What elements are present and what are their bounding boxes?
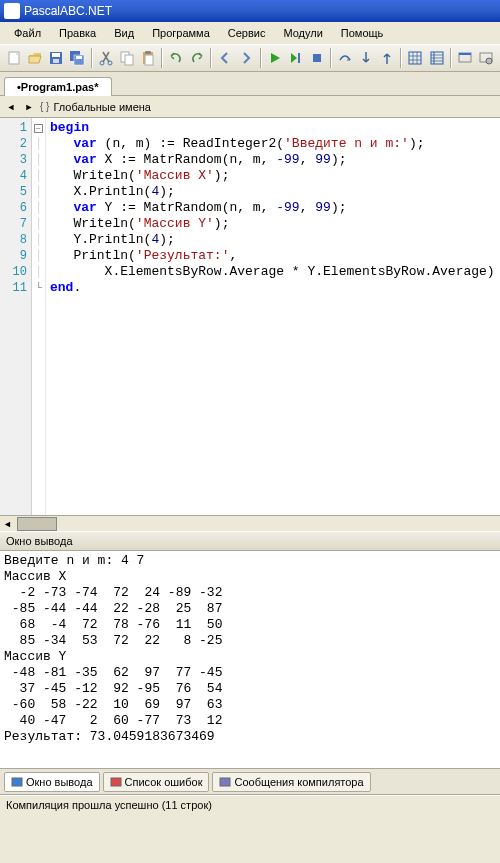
svg-rect-3 (53, 59, 59, 63)
copy-button[interactable] (117, 47, 137, 69)
nav-next-icon[interactable]: ► (22, 100, 36, 114)
toggle-linenumbers-button[interactable] (427, 47, 447, 69)
svg-rect-6 (76, 56, 82, 59)
options-button[interactable] (476, 47, 496, 69)
bottom-tab-label: Окно вывода (26, 776, 93, 788)
svg-rect-10 (125, 55, 133, 65)
svg-rect-23 (111, 778, 121, 786)
togglegrid-button[interactable] (405, 47, 425, 69)
nav-prev-icon[interactable]: ◄ (4, 100, 18, 114)
svg-point-21 (486, 58, 492, 64)
run-without-debug-button[interactable] (286, 47, 306, 69)
code-area[interactable]: begin var (n, m) := ReadInteger2('Введит… (46, 118, 500, 515)
scope-label: Глобальные имена (53, 101, 151, 113)
svg-rect-15 (313, 54, 321, 62)
app-icon (4, 3, 20, 19)
menu-программа[interactable]: Программа (144, 24, 218, 42)
open-file-button[interactable] (25, 47, 45, 69)
bottom-tab-compiler[interactable]: Сообщения компилятора (212, 772, 370, 792)
save-button[interactable] (46, 47, 66, 69)
menu-вид[interactable]: Вид (106, 24, 142, 42)
step-out-button[interactable] (377, 47, 397, 69)
designer-button[interactable] (455, 47, 475, 69)
tab-bar: •Program1.pas* (0, 72, 500, 96)
svg-rect-16 (409, 52, 421, 64)
errors-tab-icon (110, 776, 122, 788)
step-into-button[interactable] (356, 47, 376, 69)
code-editor[interactable]: 1234567891011 −│││││││││└ begin var (n, … (0, 118, 500, 515)
bottom-tab-errors[interactable]: Список ошибок (103, 772, 210, 792)
bottom-tab-label: Список ошибок (125, 776, 203, 788)
toolbar (0, 44, 500, 72)
status-bar: Компиляция прошла успешно (11 строк) (0, 795, 500, 815)
menu-правка[interactable]: Правка (51, 24, 104, 42)
svg-rect-14 (298, 53, 300, 63)
save-all-button[interactable] (67, 47, 87, 69)
menu-помощь[interactable]: Помощь (333, 24, 392, 42)
step-over-button[interactable] (335, 47, 355, 69)
svg-rect-22 (12, 778, 22, 786)
svg-rect-13 (145, 51, 151, 54)
menu-сервис[interactable]: Сервис (220, 24, 274, 42)
menu-bar: ФайлПравкаВидПрограммаСервисМодулиПомощь (0, 22, 500, 44)
bottom-tab-output[interactable]: Окно вывода (4, 772, 100, 792)
menu-модули[interactable]: Модули (275, 24, 330, 42)
fold-column[interactable]: −│││││││││└ (32, 118, 46, 515)
line-gutter: 1234567891011 (0, 118, 32, 515)
file-tab[interactable]: •Program1.pas* (4, 77, 112, 96)
nav-bar: ◄ ► { } Глобальные имена (0, 96, 500, 118)
svg-rect-24 (220, 778, 230, 786)
editor-hscrollbar[interactable]: ◄ (0, 515, 500, 531)
output-pane-header: Окно вывода (0, 531, 500, 551)
paste-button[interactable] (138, 47, 158, 69)
stop-button[interactable] (307, 47, 327, 69)
nav-fwd-button[interactable] (236, 47, 256, 69)
output-tab-icon (11, 776, 23, 788)
compiler-tab-icon (219, 776, 231, 788)
run-button[interactable] (265, 47, 285, 69)
app-title: PascalABC.NET (24, 4, 112, 18)
svg-point-8 (108, 61, 112, 65)
svg-rect-19 (459, 53, 471, 55)
redo-button[interactable] (187, 47, 207, 69)
undo-button[interactable] (166, 47, 186, 69)
svg-rect-2 (52, 53, 60, 57)
menu-файл[interactable]: Файл (6, 24, 49, 42)
svg-rect-12 (145, 55, 153, 65)
title-bar: PascalABC.NET (0, 0, 500, 22)
cut-button[interactable] (96, 47, 116, 69)
bottom-tab-bar: Окно выводаСписок ошибокСообщения компил… (0, 769, 500, 795)
output-pane[interactable]: Введите n и m: 4 7 Массив X -2 -73 -74 7… (0, 551, 500, 769)
nav-back-button[interactable] (215, 47, 235, 69)
new-file-button[interactable] (4, 47, 24, 69)
svg-point-7 (100, 61, 104, 65)
scope-indicator-icon: { } (40, 101, 49, 112)
bottom-tab-label: Сообщения компилятора (234, 776, 363, 788)
